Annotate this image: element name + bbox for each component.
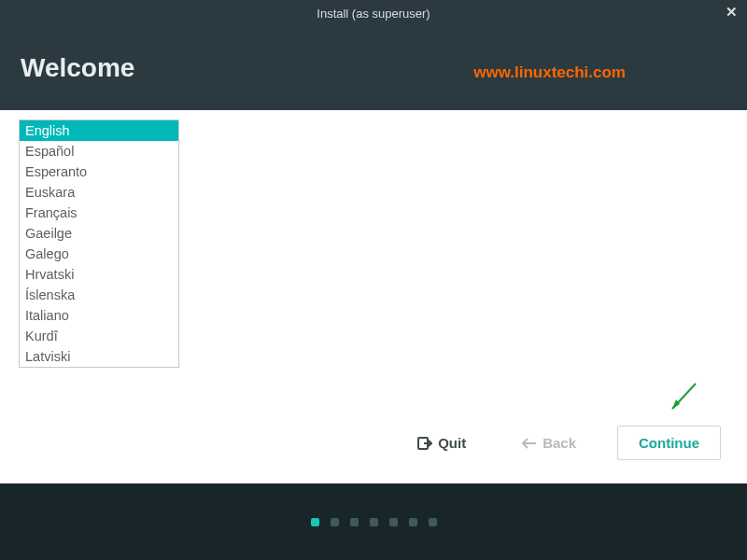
quit-icon	[417, 436, 432, 451]
language-option[interactable]: Euskara	[20, 182, 178, 203]
progress-dot	[311, 518, 319, 526]
language-list[interactable]: EnglishEspañolEsperantoEuskaraFrançaisGa…	[19, 119, 179, 368]
language-option[interactable]: Íslenska	[20, 285, 178, 305]
back-label: Back	[543, 435, 576, 451]
progress-dot	[370, 518, 378, 526]
language-option[interactable]: Kurdî	[20, 326, 178, 346]
window-title: Install (as superuser)	[317, 7, 430, 21]
language-option[interactable]: Gaeilge	[20, 223, 178, 244]
progress-dot	[429, 518, 437, 526]
svg-line-0	[672, 384, 696, 409]
language-option[interactable]: Hrvatski	[20, 264, 178, 285]
language-option[interactable]: Español	[20, 141, 178, 161]
back-button: Back	[507, 427, 591, 459]
titlebar: Install (as superuser) ✕	[0, 0, 747, 26]
close-icon[interactable]: ✕	[726, 4, 738, 21]
progress-dot	[350, 518, 359, 526]
progress-dot	[389, 518, 398, 526]
progress-footer	[0, 483, 747, 560]
button-row: Quit Back Continue	[402, 426, 721, 460]
back-arrow-icon	[522, 437, 537, 450]
arrow-annotation-icon	[663, 379, 700, 420]
progress-dot	[331, 518, 339, 526]
quit-button[interactable]: Quit	[402, 427, 481, 459]
language-option[interactable]: English	[20, 120, 178, 141]
language-option[interactable]: Galego	[20, 244, 178, 264]
content-area: EnglishEspañolEsperantoEuskaraFrançaisGa…	[0, 110, 747, 483]
continue-button[interactable]: Continue	[617, 426, 721, 460]
continue-label: Continue	[639, 435, 699, 451]
quit-label: Quit	[438, 435, 466, 451]
language-option[interactable]: Latviski	[20, 346, 178, 367]
language-option[interactable]: Français	[20, 203, 178, 223]
language-option[interactable]: Esperanto	[20, 161, 178, 182]
language-option[interactable]: Italiano	[20, 305, 178, 326]
svg-marker-1	[672, 399, 680, 409]
header: Welcome www.linuxtechi.com	[0, 26, 747, 110]
page-title: Welcome	[21, 53, 134, 83]
progress-dot	[409, 518, 417, 526]
watermark-text: www.linuxtechi.com	[473, 63, 626, 82]
